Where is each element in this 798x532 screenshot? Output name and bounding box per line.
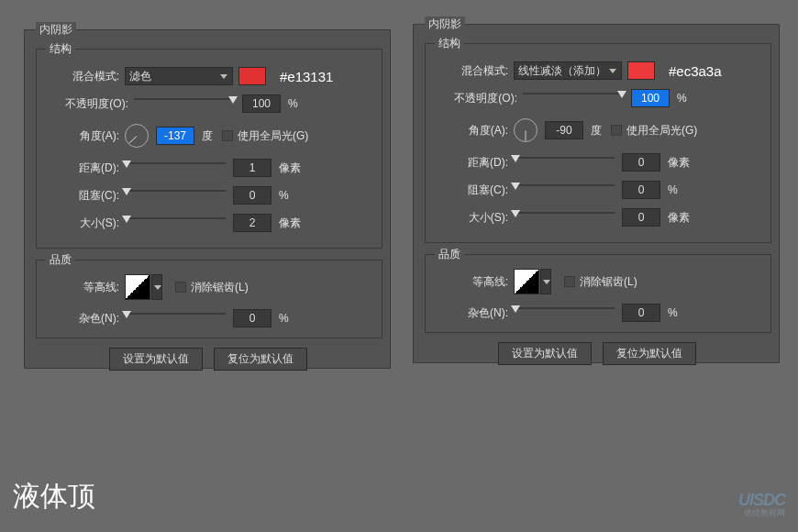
slider-thumb-icon[interactable] — [511, 183, 520, 190]
choke-label: 阻塞(C): — [435, 183, 508, 198]
noise-slider[interactable] — [125, 309, 226, 327]
global-light-checkbox[interactable] — [222, 130, 233, 141]
slider-thumb-icon[interactable] — [122, 216, 131, 223]
angle-unit: 度 — [202, 128, 213, 144]
quality-title: 品质 — [46, 252, 75, 268]
angle-label: 角度(A): — [46, 128, 119, 144]
opacity-field[interactable]: 100 — [242, 94, 281, 113]
size-slider[interactable] — [514, 208, 615, 227]
distance-label: 距离(D): — [435, 155, 508, 171]
choke-slider[interactable] — [514, 181, 615, 199]
structure-title: 结构 — [46, 41, 75, 57]
structure-title: 结构 — [435, 36, 464, 51]
antialias-checkbox[interactable] — [175, 282, 186, 293]
color-swatch[interactable] — [238, 67, 266, 85]
angle-unit: 度 — [591, 123, 602, 139]
noise-label: 杂色(N): — [435, 305, 508, 321]
slider-thumb-icon[interactable] — [122, 161, 131, 168]
distance-field[interactable]: 1 — [233, 159, 272, 177]
contour-picker[interactable] — [125, 274, 150, 300]
choke-unit: % — [279, 189, 289, 202]
angle-field[interactable]: -137 — [156, 127, 194, 145]
slider-thumb-icon[interactable] — [511, 210, 520, 217]
blend-mode-label: 混合模式: — [46, 69, 119, 84]
distance-field[interactable]: 0 — [622, 153, 660, 172]
slider-thumb-icon[interactable] — [122, 188, 131, 195]
noise-slider[interactable] — [514, 304, 615, 322]
panel-title: 内阴影 — [425, 17, 465, 32]
opacity-unit: % — [677, 92, 687, 105]
opacity-unit: % — [288, 97, 298, 110]
slider-thumb-icon[interactable] — [228, 96, 238, 104]
contour-label: 等高线: — [46, 280, 119, 295]
size-label: 大小(S): — [435, 210, 508, 226]
hex-label: #ec3a3a — [669, 63, 722, 79]
antialias-label: 消除锯齿(L) — [191, 280, 249, 295]
global-light-checkbox[interactable] — [611, 125, 622, 136]
choke-field[interactable]: 0 — [622, 181, 660, 199]
global-light-label: 使用全局光(G) — [238, 128, 308, 144]
reset-default-button[interactable]: 复位为默认值 — [603, 342, 696, 365]
size-slider[interactable] — [125, 214, 226, 232]
slider-thumb-icon[interactable] — [122, 311, 131, 318]
contour-dropdown[interactable] — [540, 269, 551, 294]
blend-mode-select[interactable]: 线性减淡（添加） — [514, 61, 622, 80]
contour-label: 等高线: — [435, 274, 508, 290]
choke-field[interactable]: 0 — [233, 186, 272, 205]
slider-thumb-icon[interactable] — [511, 155, 520, 162]
size-field[interactable]: 2 — [233, 214, 272, 232]
size-unit: 像素 — [279, 216, 301, 231]
choke-unit: % — [668, 183, 678, 196]
color-swatch[interactable] — [627, 61, 655, 80]
angle-label: 角度(A): — [435, 123, 508, 139]
opacity-label: 不透明度(O): — [426, 91, 517, 106]
size-field[interactable]: 0 — [622, 208, 660, 227]
opacity-label: 不透明度(O): — [37, 96, 128, 112]
distance-slider[interactable] — [125, 159, 226, 177]
angle-field[interactable]: -90 — [545, 121, 583, 139]
reset-default-button[interactable]: 复位为默认值 — [214, 348, 307, 371]
opacity-field[interactable]: 100 — [631, 89, 670, 107]
opacity-slider[interactable] — [134, 94, 235, 113]
make-default-button[interactable]: 设置为默认值 — [498, 342, 592, 365]
angle-dial[interactable] — [514, 118, 538, 142]
noise-unit: % — [668, 306, 678, 319]
noise-field[interactable]: 0 — [233, 309, 272, 327]
panel-title: 内阴影 — [36, 22, 76, 38]
page-title: 液体顶 — [13, 478, 95, 515]
choke-slider[interactable] — [125, 186, 226, 205]
antialias-label: 消除锯齿(L) — [580, 274, 637, 290]
inner-shadow-panel-right: 内阴影 结构 混合模式: 线性减淡（添加） #ec3a3a 不透明度(O): 1… — [413, 24, 780, 363]
opacity-slider[interactable] — [523, 89, 624, 107]
watermark-caption: 优优教程网 — [744, 507, 785, 519]
size-unit: 像素 — [668, 210, 690, 226]
distance-label: 距离(D): — [46, 161, 119, 176]
distance-unit: 像素 — [279, 161, 301, 176]
blend-mode-label: 混合模式: — [435, 63, 508, 79]
noise-unit: % — [279, 312, 289, 325]
quality-title: 品质 — [435, 247, 464, 262]
contour-picker[interactable] — [514, 269, 539, 294]
slider-thumb-icon[interactable] — [511, 305, 520, 313]
quality-group: 品质 等高线: 消除锯齿(L) 杂色(N): 0 % — [36, 260, 382, 338]
make-default-button[interactable]: 设置为默认值 — [109, 348, 203, 371]
angle-dial[interactable] — [125, 124, 149, 148]
size-label: 大小(S): — [46, 216, 119, 231]
distance-unit: 像素 — [668, 155, 690, 171]
contour-dropdown[interactable] — [151, 274, 162, 300]
structure-group: 结构 混合模式: 线性减淡（添加） #ec3a3a 不透明度(O): 100 %… — [425, 43, 771, 243]
global-light-label: 使用全局光(G) — [626, 123, 697, 139]
noise-label: 杂色(N): — [46, 311, 119, 327]
slider-thumb-icon[interactable] — [617, 91, 626, 98]
quality-group: 品质 等高线: 消除锯齿(L) 杂色(N): 0 % — [425, 254, 771, 333]
inner-shadow-panel-left: 内阴影 结构 混合模式: 滤色 #e13131 不透明度(O): 100 % 角… — [24, 29, 391, 369]
antialias-checkbox[interactable] — [564, 276, 575, 287]
choke-label: 阻塞(C): — [46, 188, 119, 204]
distance-slider[interactable] — [514, 153, 615, 172]
blend-mode-select[interactable]: 滤色 — [125, 67, 233, 85]
noise-field[interactable]: 0 — [622, 304, 660, 322]
hex-label: #e13131 — [280, 69, 333, 84]
structure-group: 结构 混合模式: 滤色 #e13131 不透明度(O): 100 % 角度(A)… — [36, 49, 382, 249]
